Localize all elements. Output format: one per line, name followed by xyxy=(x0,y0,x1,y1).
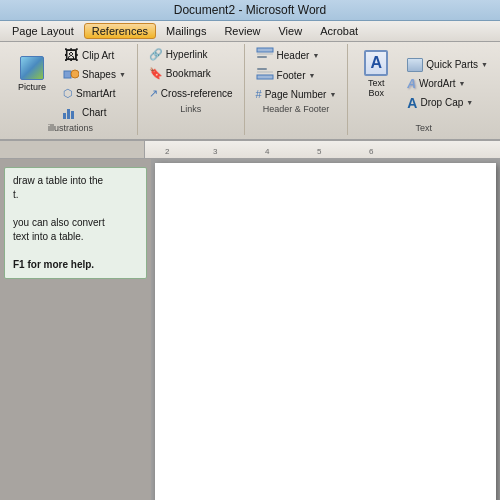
ruler: 2 3 4 5 6 xyxy=(0,141,500,159)
quick-parts-icon xyxy=(407,58,423,72)
links-label: Links xyxy=(180,104,201,114)
svg-rect-0 xyxy=(64,71,71,78)
header-button[interactable]: Header ▼ xyxy=(251,46,342,64)
shapes-icon xyxy=(63,67,79,81)
menu-acrobat[interactable]: Acrobat xyxy=(312,23,366,39)
ribbon-group-header-footer: Header ▼ Footer ▼ # Page Number ▼ xyxy=(245,44,349,135)
ruler-marks: 2 3 4 5 6 xyxy=(145,141,500,158)
document-area: draw a table into the t. you can also co… xyxy=(0,159,500,500)
quick-parts-button[interactable]: Quick Parts ▼ xyxy=(402,56,493,74)
svg-point-1 xyxy=(71,70,79,78)
menu-references[interactable]: References xyxy=(84,23,156,39)
clipart-icon: 🖼 xyxy=(63,47,79,63)
menu-view[interactable]: View xyxy=(270,23,310,39)
tooltip-line1: draw a table into the xyxy=(13,175,103,186)
svg-rect-2 xyxy=(257,48,273,52)
header-footer-label: Header & Footer xyxy=(263,104,330,114)
picture-button[interactable]: Picture xyxy=(10,46,54,102)
cross-reference-icon: ↗ xyxy=(149,87,158,100)
footer-dropdown-arrow: ▼ xyxy=(308,72,315,79)
text-box-icon: A xyxy=(364,50,388,76)
bookmark-icon: 🔖 xyxy=(149,67,163,80)
drop-cap-icon: A xyxy=(407,96,417,110)
smartart-icon: ⬡ xyxy=(63,87,73,100)
menu-bar: Page Layout References Mailings Review V… xyxy=(0,21,500,42)
ribbon-group-text: A TextBox Quick Parts ▼ A WordArt ▼ A Dr… xyxy=(348,44,499,135)
cross-reference-button[interactable]: ↗ Cross-reference xyxy=(144,85,238,102)
ruler-mark-4: 4 xyxy=(265,147,269,156)
tooltip-panel: draw a table into the t. you can also co… xyxy=(4,167,147,279)
smartart-button[interactable]: ⬡ SmartArt xyxy=(58,84,131,102)
ruler-mark-6: 6 xyxy=(369,147,373,156)
menu-review[interactable]: Review xyxy=(216,23,268,39)
header-icon xyxy=(256,47,274,63)
shapes-dropdown-arrow: ▼ xyxy=(119,71,126,78)
illustrations-label: illustrations xyxy=(48,123,93,133)
page-number-button[interactable]: # Page Number ▼ xyxy=(251,86,342,102)
svg-rect-7 xyxy=(257,75,273,79)
wordart-dropdown-arrow: ▼ xyxy=(459,80,466,87)
tooltip-line4: you can also convert xyxy=(13,217,105,228)
hyperlink-button[interactable]: 🔗 Hyperlink xyxy=(144,46,238,63)
text-box-button[interactable]: A TextBox xyxy=(354,46,398,102)
text-label: Text xyxy=(415,123,432,133)
wordart-button[interactable]: A WordArt ▼ xyxy=(402,75,493,93)
ribbon: Picture Shapes ▼ ⬡ xyxy=(0,42,500,141)
page-area xyxy=(151,159,500,500)
chart-icon xyxy=(63,105,79,119)
ruler-mark-3: 3 xyxy=(213,147,217,156)
drop-cap-button[interactable]: A Drop Cap ▼ xyxy=(402,94,493,112)
title-text: Document2 - Microsoft Word xyxy=(174,3,327,17)
quick-parts-dropdown-arrow: ▼ xyxy=(481,61,488,68)
header-dropdown-arrow: ▼ xyxy=(312,52,319,59)
tooltip-help: F1 for more help. xyxy=(13,259,94,270)
document-page[interactable] xyxy=(155,163,496,500)
ruler-left-indent xyxy=(0,141,145,158)
title-bar: Document2 - Microsoft Word xyxy=(0,0,500,21)
page-number-dropdown-arrow: ▼ xyxy=(329,91,336,98)
ribbon-group-links: 🔗 Hyperlink 🔖 Bookmark ↗ Cross-reference… xyxy=(138,44,245,135)
menu-page-layout[interactable]: Page Layout xyxy=(4,23,82,39)
ribbon-group-illustrations: Picture Shapes ▼ ⬡ xyxy=(4,44,138,135)
svg-rect-5 xyxy=(257,68,267,70)
picture-icon xyxy=(20,56,44,80)
chart-button[interactable]: Chart xyxy=(58,103,131,121)
bookmark-button[interactable]: 🔖 Bookmark xyxy=(144,65,238,82)
ruler-mark-2: 2 xyxy=(165,147,169,156)
tooltip-line2: t. xyxy=(13,189,19,200)
shapes-button[interactable]: Shapes ▼ xyxy=(58,65,131,83)
tooltip-line5: text into a table. xyxy=(13,231,84,242)
wordart-icon: A xyxy=(407,77,416,91)
svg-rect-4 xyxy=(257,56,267,58)
page-number-icon: # xyxy=(256,88,262,100)
ruler-mark-5: 5 xyxy=(317,147,321,156)
drop-cap-dropdown-arrow: ▼ xyxy=(466,99,473,106)
footer-icon xyxy=(256,67,274,83)
clip-art-button[interactable]: 🖼 Clip Art xyxy=(58,46,131,64)
footer-button[interactable]: Footer ▼ xyxy=(251,66,342,84)
hyperlink-icon: 🔗 xyxy=(149,48,163,61)
menu-mailings[interactable]: Mailings xyxy=(158,23,214,39)
